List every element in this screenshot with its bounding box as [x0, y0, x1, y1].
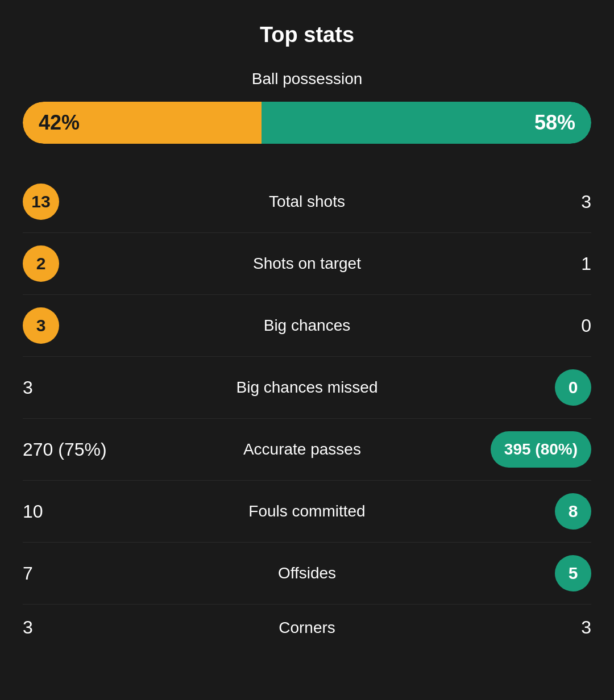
stat-row: 3 Big chances missed 0	[23, 357, 591, 419]
possession-bar: 42% 58%	[23, 102, 591, 144]
right-plain-value: 1	[581, 253, 591, 274]
stat-label: Offsides	[114, 564, 500, 582]
stat-left-value: 3	[23, 617, 114, 638]
possession-label: Ball possession	[252, 70, 363, 88]
right-plain-value: 3	[581, 191, 591, 213]
stat-right-value: 3	[500, 617, 591, 638]
left-plain-value: 3	[23, 617, 33, 638]
stat-label: Fouls committed	[114, 502, 500, 520]
stat-left-value: 10	[23, 501, 114, 522]
stats-table: 13 Total shots 3 2 Shots on target 1 3 B…	[23, 171, 591, 651]
possession-left-value: 42%	[39, 111, 80, 135]
left-badge-yellow: 2	[23, 245, 59, 282]
left-plain-value: 7	[23, 563, 33, 584]
stat-label: Big chances missed	[114, 378, 500, 397]
stat-row: 13 Total shots 3	[23, 171, 591, 233]
stat-row: 3 Corners 3	[23, 605, 591, 651]
stat-row: 270 (75%) Accurate passes 395 (80%)	[23, 419, 591, 481]
stat-right-value: 5	[500, 555, 591, 591]
stat-label: Shots on target	[114, 255, 500, 273]
stat-right-value: 395 (80%)	[491, 431, 591, 468]
stat-right-value: 8	[500, 493, 591, 530]
stat-left-value: 3	[23, 307, 114, 344]
left-plain-value: 3	[23, 377, 33, 398]
stat-label: Big chances	[114, 316, 500, 335]
right-badge-teal-round: 8	[555, 493, 591, 530]
stat-left-value: 270 (75%)	[23, 439, 114, 460]
stat-row: 7 Offsides 5	[23, 543, 591, 605]
left-badge-yellow: 3	[23, 307, 59, 344]
stat-label: Total shots	[114, 193, 500, 211]
stat-label: Accurate passes	[114, 440, 491, 459]
stat-left-value: 13	[23, 184, 114, 220]
stat-label: Corners	[114, 619, 500, 637]
page-title: Top stats	[260, 23, 354, 47]
stat-right-value: 1	[500, 253, 591, 274]
left-badge-yellow: 13	[23, 184, 59, 220]
stat-left-value: 3	[23, 377, 114, 398]
right-badge-teal-round: 0	[555, 369, 591, 406]
stat-row: 2 Shots on target 1	[23, 233, 591, 295]
stat-right-value: 0	[500, 369, 591, 406]
stat-right-value: 3	[500, 191, 591, 213]
right-plain-value: 0	[581, 315, 591, 336]
stat-row: 10 Fouls committed 8	[23, 481, 591, 543]
stat-left-value: 2	[23, 245, 114, 282]
stat-right-value: 0	[500, 315, 591, 336]
left-plain-value: 270 (75%)	[23, 439, 107, 460]
possession-right-bar: 58%	[262, 102, 591, 144]
stat-left-value: 7	[23, 563, 114, 584]
left-plain-value: 10	[23, 501, 43, 522]
right-plain-value: 3	[581, 617, 591, 638]
possession-left-bar: 42%	[23, 102, 262, 144]
stat-row: 3 Big chances 0	[23, 295, 591, 357]
possession-right-value: 58%	[534, 111, 575, 135]
right-badge-teal: 395 (80%)	[491, 431, 591, 468]
right-badge-teal-round: 5	[555, 555, 591, 591]
